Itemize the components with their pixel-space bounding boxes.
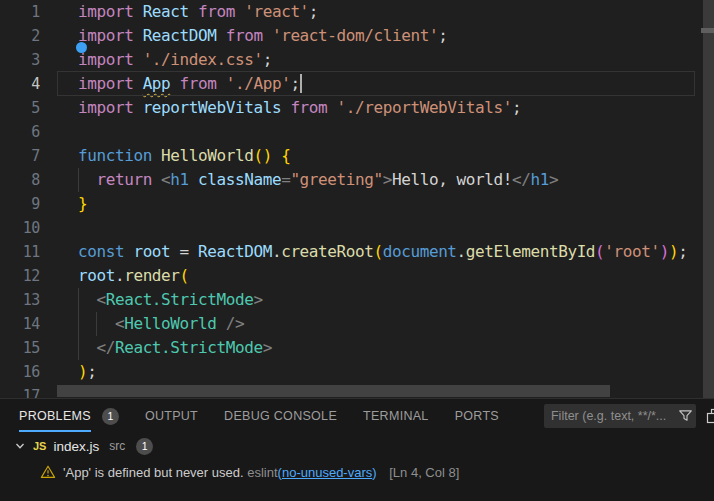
line-content: import React from 'react'; <box>40 0 318 24</box>
code-line-5[interactable]: 5import reportWebVitals from './reportWe… <box>0 96 714 120</box>
line-number: 17 <box>0 384 40 398</box>
touch-cursor-dot <box>76 42 87 53</box>
line-content: import reportWebVitals from './reportWeb… <box>40 96 521 120</box>
problems-filter <box>544 404 696 428</box>
line-number: 9 <box>0 192 40 216</box>
problems-filter-input[interactable] <box>544 404 696 428</box>
javascript-file-icon: JS <box>33 440 46 452</box>
problems-file-row[interactable]: JS index.js src 1 <box>0 433 714 459</box>
file-name: index.js <box>53 439 99 454</box>
code-line-15[interactable]: 15 </React.StrictMode> <box>0 336 714 360</box>
line-content: </React.StrictMode> <box>40 336 272 360</box>
code-line-10[interactable]: 10 <box>0 216 714 240</box>
line-number: 15 <box>0 336 40 360</box>
tab-badge: 1 <box>102 408 119 425</box>
panel-tab-problems[interactable]: PROBLEMS1 <box>19 408 119 425</box>
problem-location: [Ln 4, Col 8] <box>389 465 459 480</box>
problem-row[interactable]: 'App' is defined but never used. eslint(… <box>0 459 714 485</box>
panel-tab-label: PORTS <box>455 409 499 423</box>
panel-tab-bar: PROBLEMS1OUTPUTDEBUG CONSOLETERMINALPORT… <box>0 399 714 433</box>
line-content: <HelloWorld /> <box>40 312 244 336</box>
text-cursor <box>300 74 302 93</box>
line-content: <React.StrictMode> <box>40 288 263 312</box>
warning-icon <box>40 464 56 480</box>
problem-rule-link[interactable]: no-unused-vars <box>282 465 372 480</box>
panel-tab-terminal[interactable]: TERMINAL <box>363 409 429 423</box>
panel-tab-label: TERMINAL <box>363 409 429 423</box>
panel-actions <box>706 408 714 425</box>
code-line-13[interactable]: 13 <React.StrictMode> <box>0 288 714 312</box>
overview-ruler-mark <box>701 28 714 33</box>
panel-tab-debug-console[interactable]: DEBUG CONSOLE <box>224 409 337 423</box>
problem-message: 'App' is defined but never used. eslint(… <box>63 465 459 480</box>
code-line-4[interactable]: 4import App from './App'; <box>0 72 714 96</box>
code-line-2[interactable]: 2import ReactDOM from 'react-dom/client'… <box>0 24 714 48</box>
indent-guide <box>78 168 79 192</box>
problem-count-badge: 1 <box>136 438 153 455</box>
problem-source: eslint <box>247 465 277 480</box>
line-number: 2 <box>0 24 40 48</box>
line-number: 6 <box>0 120 40 144</box>
line-content: import ReactDOM from 'react-dom/client'; <box>40 24 447 48</box>
code-line-14[interactable]: 14 <HelloWorld /> <box>0 312 714 336</box>
code-line-6[interactable]: 6 <box>0 120 714 144</box>
code-line-11[interactable]: 11const root = ReactDOM.createRoot(docum… <box>0 240 714 264</box>
vertical-scrollbar[interactable] <box>703 0 714 398</box>
line-number: 10 <box>0 216 40 240</box>
line-number: 8 <box>0 168 40 192</box>
line-content: import App from './App'; <box>40 72 302 96</box>
line-content: import './index.css'; <box>40 48 272 72</box>
panel-tab-label: OUTPUT <box>145 409 198 423</box>
line-number: 1 <box>0 0 40 24</box>
indent-guide <box>78 288 79 360</box>
code-line-3[interactable]: 3import './index.css'; <box>0 48 714 72</box>
line-number: 14 <box>0 312 40 336</box>
chevron-down-icon <box>12 438 28 454</box>
line-number: 13 <box>0 288 40 312</box>
collapse-all-icon[interactable] <box>706 408 714 425</box>
line-number: 3 <box>0 48 40 72</box>
vscode-window: 1import React from 'react';2import React… <box>0 0 714 501</box>
problem-message-text: 'App' is defined but never used. <box>63 465 244 480</box>
line-number: 16 <box>0 360 40 384</box>
line-number: 4 <box>0 72 40 96</box>
bottom-panel: PROBLEMS1OUTPUTDEBUG CONSOLETERMINALPORT… <box>0 398 714 501</box>
code-line-12[interactable]: 12root.render( <box>0 264 714 288</box>
code-line-8[interactable]: 8 return <h1 className="greeting">Hello,… <box>0 168 714 192</box>
line-number: 7 <box>0 144 40 168</box>
file-path: src <box>109 439 125 453</box>
line-content: ); <box>40 360 96 384</box>
code-editor[interactable]: 1import React from 'react';2import React… <box>0 0 714 398</box>
line-content <box>40 216 78 240</box>
code-line-9[interactable]: 9} <box>0 192 714 216</box>
line-content: root.render( <box>40 264 189 288</box>
line-content: } <box>40 192 87 216</box>
line-content: function HelloWorld() { <box>40 144 290 168</box>
horizontal-scrollbar[interactable] <box>57 385 610 397</box>
panel-tab-label: DEBUG CONSOLE <box>224 409 337 423</box>
filter-icon <box>678 408 693 423</box>
panel-tab-label: PROBLEMS <box>19 409 91 423</box>
line-content <box>40 120 78 144</box>
problems-tree: JS index.js src 1 'App' is defined but n… <box>0 433 714 485</box>
line-content: const root = ReactDOM.createRoot(documen… <box>40 240 687 264</box>
line-number: 5 <box>0 96 40 120</box>
code-line-16[interactable]: 16); <box>0 360 714 384</box>
line-content: return <h1 className="greeting">Hello, w… <box>40 168 558 192</box>
line-number: 11 <box>0 240 40 264</box>
code-line-7[interactable]: 7function HelloWorld() { <box>0 144 714 168</box>
panel-tab-ports[interactable]: PORTS <box>455 409 499 423</box>
line-number: 12 <box>0 264 40 288</box>
panel-tab-output[interactable]: OUTPUT <box>145 409 198 423</box>
indent-guide <box>96 312 97 336</box>
code-line-1[interactable]: 1import React from 'react'; <box>0 0 714 24</box>
